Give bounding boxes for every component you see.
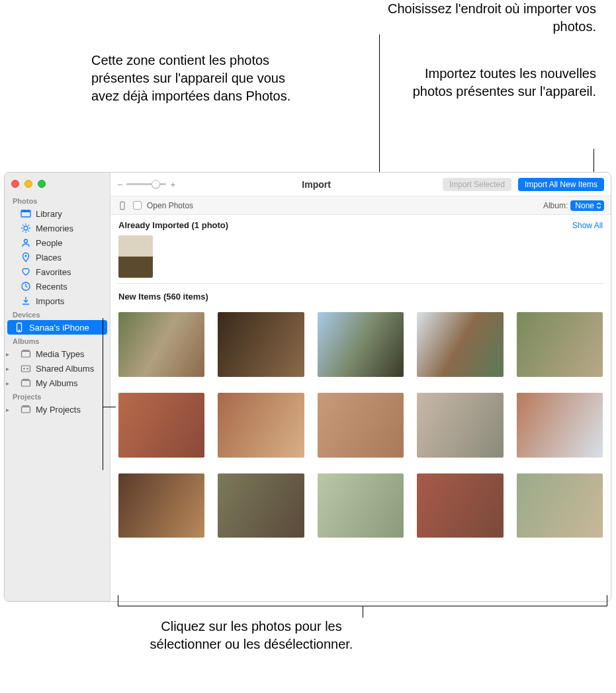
sidebar-item-memories[interactable]: Memories [5, 221, 110, 235]
sidebar-item-label: People [36, 238, 62, 248]
svg-point-2 [24, 226, 28, 230]
sidebar-item-places[interactable]: Places [5, 250, 110, 265]
phone-icon [117, 200, 128, 211]
photo-thumbnail[interactable] [417, 473, 503, 538]
import-content: Already Imported (1 photo) Show All New … [110, 215, 611, 601]
callout-album-destination: Choisissez l'endroit où importer vos pho… [358, 0, 596, 36]
imports-icon [21, 296, 31, 306]
sidebar-item-label: Memories [36, 224, 73, 233]
photo-thumbnail[interactable] [417, 312, 503, 377]
zoom-slider[interactable]: − + [117, 179, 175, 190]
sidebar-item-library[interactable]: Library [5, 206, 110, 221]
photo-thumbnail[interactable] [318, 312, 404, 377]
svg-point-7 [19, 330, 20, 331]
sidebar-item-device[interactable]: Sanaa's iPhone [7, 320, 107, 335]
disclosure-triangle-icon[interactable]: ▸ [6, 350, 9, 358]
callouts-bottom: Cliquez sur les photos pour les sélectio… [0, 602, 616, 688]
maximize-window-button[interactable] [38, 180, 46, 188]
photo-thumbnail[interactable] [218, 312, 304, 377]
slider-thumb[interactable] [152, 180, 160, 188]
svg-rect-1 [21, 210, 30, 212]
sidebar-header-photos: Photos [5, 194, 110, 206]
sidebar-item-label: My Projects [36, 405, 81, 415]
memories-icon [21, 223, 31, 233]
svg-point-11 [23, 368, 24, 369]
photo-thumbnail[interactable] [118, 235, 153, 278]
page-title: Import [302, 179, 331, 190]
show-all-link[interactable]: Show All [572, 221, 603, 230]
open-photos-checkbox[interactable] [133, 201, 142, 210]
already-imported-title: Already Imported (1 photo) [118, 220, 228, 230]
sidebar-item-my-projects[interactable]: ▸ My Projects [5, 402, 110, 417]
sidebar-header-projects: Projects [5, 390, 110, 402]
already-imported-header: Already Imported (1 photo) Show All [117, 215, 604, 234]
photo-thumbnail[interactable] [517, 312, 603, 377]
callout-already-imported: Cette zone contient les photos présentes… [91, 52, 296, 105]
folder-icon [21, 348, 31, 359]
chevron-up-down-icon [595, 202, 602, 210]
photos-app-window: Photos Library Memories People Places Fa… [4, 172, 611, 602]
sidebar-item-people[interactable]: People [5, 235, 110, 250]
new-items-title: New Items (560 items) [118, 292, 208, 302]
photo-thumbnail[interactable] [318, 393, 404, 458]
callout-import-all: Importez toutes les nouvelles photos pré… [411, 65, 596, 101]
disclosure-triangle-icon[interactable]: ▸ [6, 406, 9, 413]
photo-thumbnail[interactable] [218, 393, 304, 458]
slider-track[interactable] [126, 183, 166, 185]
photo-thumbnail[interactable] [417, 393, 503, 458]
photo-thumbnail[interactable] [118, 312, 204, 377]
close-window-button[interactable] [11, 180, 19, 188]
zoom-in-icon[interactable]: + [170, 179, 175, 190]
disclosure-triangle-icon[interactable]: ▸ [6, 380, 9, 387]
sidebar-item-label: Favorites [36, 267, 71, 277]
svg-point-12 [26, 368, 28, 369]
sidebar-header-albums: Albums [5, 335, 110, 346]
main-content: − + Import Import Selected Import All Ne… [110, 173, 611, 601]
sidebar-item-my-albums[interactable]: ▸ My Albums [5, 376, 110, 390]
import-selected-button[interactable]: Import Selected [443, 178, 511, 191]
favorites-icon [21, 266, 31, 277]
library-icon [21, 208, 31, 219]
sidebar-item-shared-albums[interactable]: ▸ Shared Albums [5, 361, 110, 376]
new-items-header: New Items (560 items) [117, 286, 604, 306]
sidebar-header-devices: Devices [5, 308, 110, 320]
leader-line [103, 318, 103, 470]
window-controls [5, 177, 110, 194]
svg-rect-8 [22, 351, 30, 357]
zoom-out-icon[interactable]: − [117, 179, 122, 190]
svg-rect-13 [22, 380, 30, 386]
photo-thumbnail[interactable] [218, 473, 304, 538]
photo-thumbnail[interactable] [118, 393, 204, 458]
album-select[interactable]: None [570, 200, 604, 211]
sidebar-item-label: Places [36, 253, 62, 263]
photo-thumbnail[interactable] [118, 473, 204, 538]
new-items-grid [117, 306, 604, 551]
svg-point-3 [24, 239, 28, 243]
sidebar: Photos Library Memories People Places Fa… [5, 173, 110, 601]
svg-rect-17 [120, 202, 124, 209]
sidebar-item-favorites[interactable]: Favorites [5, 265, 110, 279]
photo-thumbnail[interactable] [517, 473, 603, 538]
leader-line [363, 606, 363, 618]
folder-icon [21, 378, 31, 388]
subtoolbar: Open Photos Album: None [110, 196, 611, 215]
callout-select-photos: Cliquez sur les photos pour les sélectio… [139, 618, 364, 653]
album-select-value: None [575, 201, 594, 210]
svg-point-4 [25, 255, 27, 257]
sidebar-item-recents[interactable]: Recents [5, 279, 110, 294]
phone-icon [14, 322, 24, 333]
sidebar-item-label: Sanaa's iPhone [29, 323, 89, 333]
sidebar-item-label: Imports [36, 296, 64, 306]
leader-line [607, 595, 607, 606]
photo-thumbnail[interactable] [517, 393, 603, 458]
import-all-new-button[interactable]: Import All New Items [518, 178, 604, 191]
disclosure-triangle-icon[interactable]: ▸ [6, 365, 9, 372]
recents-icon [21, 281, 31, 292]
minimize-window-button[interactable] [24, 180, 32, 188]
sidebar-item-media-types[interactable]: ▸ Media Types [5, 346, 110, 361]
people-icon [21, 237, 31, 248]
shared-folder-icon [21, 363, 31, 374]
sidebar-item-label: My Albums [36, 378, 78, 388]
sidebar-item-imports[interactable]: Imports [5, 294, 110, 308]
photo-thumbnail[interactable] [318, 473, 404, 538]
